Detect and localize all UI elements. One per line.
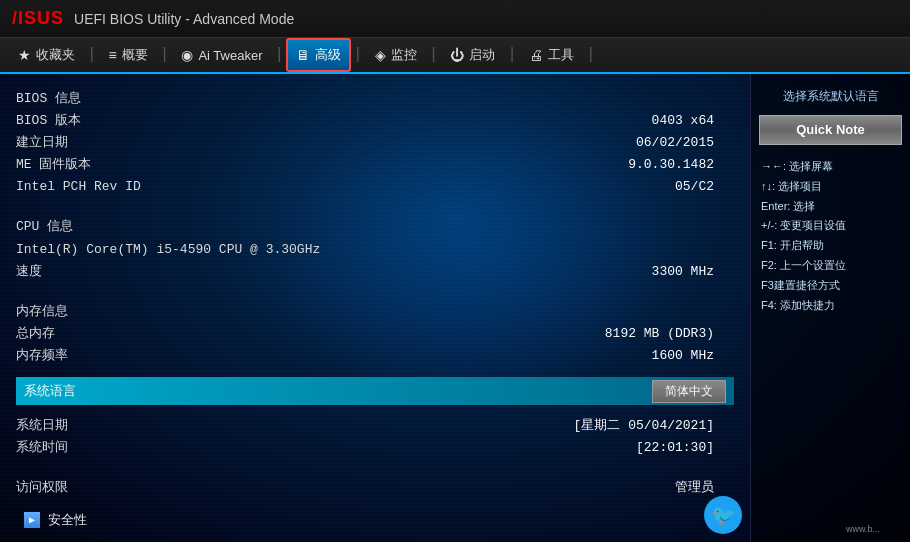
cpu-model-row: Intel(R) Core(TM) i5-4590 CPU @ 3.30GHz	[16, 239, 734, 261]
ai-tweaker-icon: ◉	[181, 47, 193, 63]
sidebar-top-label: 选择系统默认语言	[751, 82, 910, 111]
memory-section-title: 内存信息	[16, 301, 216, 323]
system-time-label: 系统时间	[16, 437, 216, 459]
memory-info-section: 内存信息 总内存 8192 MB (DDR3) 内存频率 1600 MHz	[16, 301, 734, 367]
shortcut-screen: →←: 选择屏幕	[761, 157, 900, 177]
boot-icon: ⏻	[450, 47, 464, 63]
content-area: BIOS 信息 BIOS 版本 0403 x64 建立日期 06/02/2015…	[0, 74, 750, 542]
monitor-icon: ◈	[375, 47, 386, 63]
shortcut-change: +/-: 变更项目设值	[761, 216, 900, 236]
memory-freq-label: 内存频率	[16, 345, 216, 367]
system-time-row: 系统时间 [22:01:30]	[16, 437, 734, 459]
total-memory-value: 8192 MB (DDR3)	[605, 323, 734, 345]
asus-logo-text: /ISUS	[12, 8, 64, 28]
bios-info-section: BIOS 信息 BIOS 版本 0403 x64 建立日期 06/02/2015…	[16, 88, 734, 198]
nav-label-ai-tweaker: Ai Tweaker	[198, 48, 262, 63]
right-sidebar: 选择系统默认语言 Quick Note →←: 选择屏幕 ↑↓: 选择项目 En…	[750, 74, 910, 542]
security-icon: ▶	[24, 512, 40, 528]
nav-sep-1: |	[85, 46, 99, 64]
nav-item-favorites[interactable]: ★ 收藏夹	[8, 38, 85, 72]
quick-note-box: Quick Note	[759, 115, 902, 145]
nav-item-monitor[interactable]: ◈ 监控	[365, 38, 427, 72]
cpu-speed-row: 速度 3300 MHz	[16, 261, 734, 283]
quick-note-label: Quick Note	[796, 122, 865, 137]
advanced-icon: 🖥	[296, 47, 310, 63]
cpu-section-title-row: CPU 信息	[16, 216, 734, 238]
tools-icon: 🖨	[529, 47, 543, 63]
security-row[interactable]: ▶ 安全性	[16, 507, 734, 533]
nav-item-ai-tweaker[interactable]: ◉ Ai Tweaker	[171, 38, 272, 72]
overview-icon: ≡	[109, 47, 117, 63]
nav-item-overview[interactable]: ≡ 概要	[99, 38, 158, 72]
system-language-button[interactable]: 简体中文	[652, 380, 726, 403]
nav-bar: ★ 收藏夹 | ≡ 概要 | ◉ Ai Tweaker | 🖥 高级 | ◈ 监…	[0, 38, 910, 74]
cpu-section-title: CPU 信息	[16, 216, 216, 238]
watermark-text: www.b...	[846, 524, 880, 534]
bios-version-label: BIOS 版本	[16, 110, 216, 132]
cpu-info-section: CPU 信息 Intel(R) Core(TM) i5-4590 CPU @ 3…	[16, 216, 734, 282]
system-language-row[interactable]: 系统语言 简体中文	[16, 377, 734, 405]
shortcut-f3: F3建置捷径方式	[761, 276, 900, 296]
cpu-speed-value: 3300 MHz	[652, 261, 734, 283]
nav-sep-6: |	[505, 46, 519, 64]
security-label: 安全性	[48, 511, 87, 529]
system-date-label: 系统日期	[16, 415, 216, 437]
nav-label-advanced: 高级	[315, 46, 341, 64]
twitter-watermark: 🐦	[704, 496, 742, 534]
favorites-icon: ★	[18, 47, 31, 63]
pch-rev-value: 05/C2	[675, 176, 734, 198]
memory-freq-row: 内存频率 1600 MHz	[16, 345, 734, 367]
nav-label-monitor: 监控	[391, 46, 417, 64]
system-language-label: 系统语言	[24, 382, 652, 400]
cpu-model-label: Intel(R) Core(TM) i5-4590 CPU @ 3.30GHz	[16, 239, 320, 261]
shortcut-enter: Enter: 选择	[761, 197, 900, 217]
pch-rev-row: Intel PCH Rev ID 05/C2	[16, 176, 734, 198]
pch-rev-label: Intel PCH Rev ID	[16, 176, 216, 198]
me-firmware-value: 9.0.30.1482	[628, 154, 734, 176]
nav-item-tools[interactable]: 🖨 工具	[519, 38, 584, 72]
main-content: BIOS 信息 BIOS 版本 0403 x64 建立日期 06/02/2015…	[0, 74, 910, 542]
access-level-row: 访问权限 管理员	[16, 477, 734, 499]
bios-title: UEFI BIOS Utility - Advanced Mode	[74, 11, 294, 27]
me-firmware-label: ME 固件版本	[16, 154, 216, 176]
total-memory-row: 总内存 8192 MB (DDR3)	[16, 323, 734, 345]
memory-freq-value: 1600 MHz	[652, 345, 734, 367]
access-section: 访问权限 管理员	[16, 477, 734, 499]
access-level-label: 访问权限	[16, 477, 216, 499]
nav-item-advanced[interactable]: 🖥 高级	[286, 38, 351, 72]
system-date-value: [星期二 05/04/2021]	[574, 415, 734, 437]
cpu-speed-label: 速度	[16, 261, 216, 283]
shortcuts-area: →←: 选择屏幕 ↑↓: 选择项目 Enter: 选择 +/-: 变更项目设值 …	[751, 149, 910, 323]
memory-section-title-row: 内存信息	[16, 301, 734, 323]
system-date-row: 系统日期 [星期二 05/04/2021]	[16, 415, 734, 437]
twitter-icon: 🐦	[711, 503, 736, 528]
bios-date-label: 建立日期	[16, 132, 216, 154]
bios-section-title: BIOS 信息	[16, 88, 216, 110]
datetime-section: 系统日期 [星期二 05/04/2021] 系统时间 [22:01:30]	[16, 415, 734, 459]
total-memory-label: 总内存	[16, 323, 216, 345]
shortcut-f1: F1: 开启帮助	[761, 236, 900, 256]
bios-date-value: 06/02/2015	[636, 132, 734, 154]
nav-sep-7: |	[584, 46, 598, 64]
bios-version-value: 0403 x64	[652, 110, 734, 132]
nav-sep-5: |	[427, 46, 441, 64]
nav-label-boot: 启动	[469, 46, 495, 64]
nav-label-overview: 概要	[122, 46, 148, 64]
nav-sep-4: |	[351, 46, 365, 64]
shortcut-item: ↑↓: 选择项目	[761, 177, 900, 197]
asus-logo: /ISUS	[12, 8, 64, 29]
nav-sep-3: |	[272, 46, 286, 64]
shortcut-f2: F2: 上一个设置位	[761, 256, 900, 276]
system-time-value: [22:01:30]	[636, 437, 734, 459]
bios-date-row: 建立日期 06/02/2015	[16, 132, 734, 154]
nav-sep-2: |	[158, 46, 172, 64]
bios-section-title-row: BIOS 信息	[16, 88, 734, 110]
nav-item-boot[interactable]: ⏻ 启动	[440, 38, 505, 72]
me-firmware-row: ME 固件版本 9.0.30.1482	[16, 154, 734, 176]
nav-label-favorites: 收藏夹	[36, 46, 75, 64]
shortcut-f4: F4: 添加快捷力	[761, 296, 900, 316]
header-bar: /ISUS UEFI BIOS Utility - Advanced Mode	[0, 0, 910, 38]
bios-version-row: BIOS 版本 0403 x64	[16, 110, 734, 132]
nav-label-tools: 工具	[548, 46, 574, 64]
